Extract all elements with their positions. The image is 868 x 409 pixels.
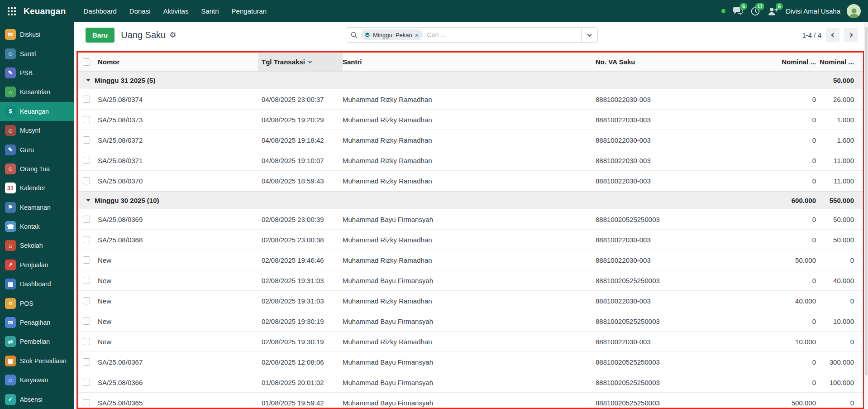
- pager-previous-button[interactable]: [826, 28, 839, 42]
- column-header-nominal-2[interactable]: Nominal ...: [820, 58, 863, 66]
- sidebar-item-karyawan[interactable]: ☺Karyawan: [0, 371, 74, 390]
- topbar-menu-santri[interactable]: Santri: [195, 4, 224, 18]
- table-row[interactable]: SA/25.08/037204/08/2025 19:18:42Muhammad…: [78, 130, 863, 150]
- cell-va-saku: 88810022030-003: [596, 136, 777, 144]
- cell-tgl-transaksi: 04/08/2025 23:00:37: [262, 96, 343, 103]
- sidebar-item-penagihan[interactable]: ✉Penagihan: [0, 313, 74, 332]
- search-input[interactable]: [423, 31, 582, 38]
- search-dropdown-toggle[interactable]: [581, 28, 597, 42]
- column-header-nominal-1[interactable]: Nominal ...: [777, 58, 820, 66]
- sidebar-item-dashboard[interactable]: ▦Dashboard: [0, 274, 74, 294]
- table-row[interactable]: SA/25.08/036501/08/2025 19:59:42Muhammad…: [78, 393, 863, 409]
- sidebar-item-penjualan[interactable]: ↗Penjualan: [0, 255, 74, 274]
- row-checkbox[interactable]: [83, 177, 90, 184]
- row-checkbox[interactable]: [83, 157, 90, 164]
- cell-nominal-1: 0: [777, 116, 820, 124]
- user-menu[interactable]: Divisi Amal Usaha: [786, 7, 840, 15]
- scrollbar-thumb[interactable]: [865, 27, 868, 375]
- row-checkbox[interactable]: [83, 379, 90, 386]
- topbar-menu-donasi[interactable]: Donasi: [124, 4, 157, 18]
- avatar[interactable]: [847, 4, 861, 18]
- apps-menu-button[interactable]: [0, 0, 24, 22]
- sidebar-item-sekolah[interactable]: ⌂Sekolah: [0, 236, 74, 255]
- apps-grid-icon: [8, 7, 16, 15]
- activities-button[interactable]: 17: [750, 5, 761, 18]
- new-record-button[interactable]: Baru: [86, 28, 114, 43]
- cell-tgl-transaksi: 02/08/2025 19:46:46: [262, 256, 343, 264]
- billing-icon: ✉: [5, 317, 16, 328]
- discussion-icon: ✉: [5, 29, 16, 40]
- sidebar-item-musyrif[interactable]: ☺Musyrif: [0, 121, 74, 140]
- sidebar-item-absensi[interactable]: ✓Absensi: [0, 390, 74, 409]
- table-row[interactable]: SA/25.08/036902/08/2025 23:00:39Muhammad…: [78, 209, 863, 230]
- table-row[interactable]: SA/25.08/037004/08/2025 18:59:43Muhammad…: [78, 171, 863, 191]
- row-checkbox[interactable]: [83, 136, 90, 144]
- row-checkbox[interactable]: [83, 216, 90, 223]
- chevron-down-icon: [587, 32, 592, 37]
- sidebar-item-diskusi[interactable]: ✉Diskusi: [0, 25, 74, 44]
- sidebar-item-guru[interactable]: ✎Guru: [0, 140, 74, 159]
- table-row[interactable]: SA/25.08/036601/08/2025 20:01:02Muhammad…: [78, 372, 863, 393]
- filter-chip[interactable]: Minggu: Pekan ×: [361, 29, 423, 40]
- cell-nominal-1: 10.000: [777, 338, 820, 346]
- table-row[interactable]: New02/08/2025 19:46:46Muhammad Rizky Ram…: [78, 250, 863, 270]
- group-row[interactable]: Minggu 31 2025 (5)50.000: [78, 71, 863, 89]
- search-bar[interactable]: Minggu: Pekan ×: [346, 27, 598, 43]
- remove-filter-icon[interactable]: ×: [415, 32, 419, 38]
- column-header-nomor[interactable]: Nomor: [98, 58, 262, 66]
- sidebar-item-kesantrian[interactable]: ⌂Kesantrian: [0, 82, 74, 101]
- row-checkbox[interactable]: [83, 297, 90, 304]
- sidebar-item-keamanan[interactable]: ⚑Keamanan: [0, 198, 74, 217]
- cell-tgl-transaksi: 02/08/2025 23:00:39: [262, 216, 343, 223]
- table-row[interactable]: SA/25.08/036802/08/2025 23:00:38Muhammad…: [78, 230, 863, 250]
- sidebar-item-kontak[interactable]: ☎Kontak: [0, 217, 74, 236]
- cell-nominal-2: 11.000: [820, 157, 863, 164]
- table-row[interactable]: SA/25.08/037304/08/2025 19:20:29Muhammad…: [78, 110, 863, 130]
- sidebar-item-psb[interactable]: ✎PSB: [0, 63, 74, 82]
- gear-icon[interactable]: ⚙: [169, 30, 176, 40]
- topbar-menu-pengaturan[interactable]: Pengaturan: [226, 4, 273, 18]
- table-row[interactable]: New02/08/2025 19:30:19Muhammad Rizky Ram…: [78, 332, 863, 352]
- row-checkbox[interactable]: [83, 338, 90, 345]
- sidebar-item-pos[interactable]: ¤POS: [0, 294, 74, 313]
- topbar-menu-aktivitas[interactable]: Aktivitas: [157, 4, 195, 18]
- group-row[interactable]: Minggu 30 2025 (10)600.000550.000: [78, 191, 863, 209]
- users-button[interactable]: 5: [767, 5, 779, 18]
- sidebar-item-orang-tua[interactable]: ☺Orang Tua: [0, 159, 74, 178]
- messages-button[interactable]: 6: [732, 5, 744, 17]
- row-checkbox[interactable]: [83, 358, 90, 366]
- table-row[interactable]: New02/08/2025 19:31:03Muhammad Rizky Ram…: [78, 291, 863, 311]
- cell-tgl-transaksi: 02/08/2025 12:08:06: [262, 358, 343, 366]
- cell-nomor: SA/25.08/0370: [98, 177, 262, 185]
- pager-next-button[interactable]: [844, 28, 858, 42]
- row-checkbox[interactable]: [83, 318, 90, 325]
- row-checkbox[interactable]: [83, 236, 90, 243]
- column-header-va-saku[interactable]: No. VA Saku: [596, 58, 777, 66]
- sidebar-item-santri[interactable]: ☺Santri: [0, 44, 74, 63]
- scrollbar[interactable]: [864, 22, 868, 409]
- select-all-checkbox[interactable]: [83, 58, 90, 66]
- column-header-santri[interactable]: Santri: [343, 58, 596, 66]
- column-header-tgl-transaksi[interactable]: Tgl Transaksi: [258, 53, 343, 71]
- table-row[interactable]: SA/25.08/036702/08/2025 12:08:06Muhammad…: [78, 352, 863, 372]
- table-row[interactable]: New02/08/2025 19:31:03Muhammad Bayu Firm…: [78, 270, 863, 291]
- cell-nominal-1: 0: [777, 96, 820, 103]
- topbar-menu-dashboard[interactable]: Dashboard: [77, 4, 122, 18]
- row-checkbox[interactable]: [83, 256, 90, 264]
- caret-down-icon: [86, 199, 91, 202]
- table-row[interactable]: SA/25.08/037104/08/2025 19:10:07Muhammad…: [78, 150, 863, 171]
- cell-tgl-transaksi: 02/08/2025 19:30:19: [262, 318, 343, 325]
- cell-nominal-1: 40.000: [777, 297, 820, 305]
- sidebar-item-pembelian[interactable]: ⇄Pembelian: [0, 332, 74, 351]
- sidebar-item-keuangan[interactable]: $Keuangan: [0, 102, 74, 121]
- sidebar-item-stok-persediaan[interactable]: ▣Stok Persediaan: [0, 351, 74, 371]
- group-label-text: Minggu 31 2025 (5): [95, 77, 155, 84]
- row-checkbox[interactable]: [83, 399, 90, 406]
- sidebar-item-kalender[interactable]: 31Kalender: [0, 178, 74, 197]
- row-checkbox[interactable]: [83, 116, 90, 123]
- row-checkbox[interactable]: [83, 96, 90, 103]
- table-row[interactable]: SA/25.08/037404/08/2025 23:00:37Muhammad…: [78, 89, 863, 110]
- cell-va-saku: 88810020525250003: [596, 399, 777, 407]
- row-checkbox[interactable]: [83, 277, 90, 284]
- table-row[interactable]: New02/08/2025 19:30:19Muhammad Bayu Firm…: [78, 311, 863, 332]
